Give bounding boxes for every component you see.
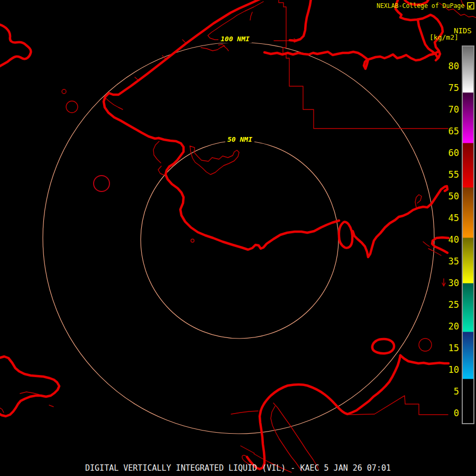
hook-inner-shoreline [105, 98, 123, 109]
coastline-diagonal [104, 0, 260, 139]
colorbar-tick-10: 10 [423, 364, 459, 375]
colorbar-tick-70: 70 [423, 104, 459, 115]
radar-display: 100 NMI 50 NMI NEXLAB-College of DuPage … [0, 0, 476, 476]
range-ring-label-100nmi: 100 NMI [218, 35, 252, 43]
colorbar-tick-15: 15 [423, 343, 459, 353]
range-ring-label-50nmi: 50 NMI [225, 135, 254, 143]
map-outlines-thick [0, 0, 448, 469]
lake-circle-west [94, 176, 109, 191]
delta-west-shore [231, 411, 258, 414]
colorbar-tick-65: 65 [423, 126, 459, 136]
colorbar-tick-labels: 80757065605550454035302520151050 [423, 0, 459, 476]
colorbar-tick-30: 30 [423, 278, 459, 288]
colorbar-tick-50: 50 [423, 191, 459, 202]
delta-outer-north [261, 355, 400, 414]
range-ring-50nmi [141, 141, 338, 338]
delta-stream-4 [241, 446, 254, 453]
small-island-1 [191, 239, 194, 242]
radar-map [0, 0, 476, 476]
river-spur [415, 195, 422, 207]
product-caption: DIGITAL VERTICALLY INTEGRATED LIQUID (VI… [0, 463, 476, 473]
small-island-2 [62, 89, 66, 94]
colorbar-tick-60: 60 [423, 148, 459, 158]
coastline-top-eastwest [264, 51, 439, 69]
island-blob-bottomright [372, 339, 394, 353]
map-outlines-thin [0, 0, 476, 472]
map-outline-darkred [94, 176, 109, 191]
colorbar-tick-40: 40 [423, 234, 459, 245]
colorbar-tick-55: 55 [423, 169, 459, 180]
colorbar-tick-35: 35 [423, 256, 459, 267]
coastline-topleft-blob [0, 24, 31, 67]
colorbar-tick-20: 20 [423, 321, 459, 332]
colorbar [462, 45, 474, 424]
colorbar-tick-45: 45 [423, 213, 459, 223]
delta-outer-west [247, 411, 264, 469]
river-vertical-top [290, 0, 311, 41]
colorbar-tick-0: 0 [423, 408, 459, 418]
colorbar-tick-25: 25 [423, 299, 459, 310]
coast-ticks [135, 40, 186, 80]
left-edge-bits [0, 407, 4, 413]
delta-stream-1 [273, 403, 318, 469]
nexlab-logo-icon [467, 2, 474, 10]
colorbar-tick-80: 80 [423, 61, 459, 71]
colorbar-tick-75: 75 [423, 83, 459, 93]
barrier-hooks [153, 141, 164, 175]
small-lake-left [66, 101, 78, 113]
bay-blob [339, 222, 352, 248]
peninsula-bottomleft [0, 356, 59, 416]
coastline-central [159, 138, 339, 250]
colorbar-tick-5: 5 [423, 386, 459, 397]
delta-stream-2 [271, 406, 302, 471]
